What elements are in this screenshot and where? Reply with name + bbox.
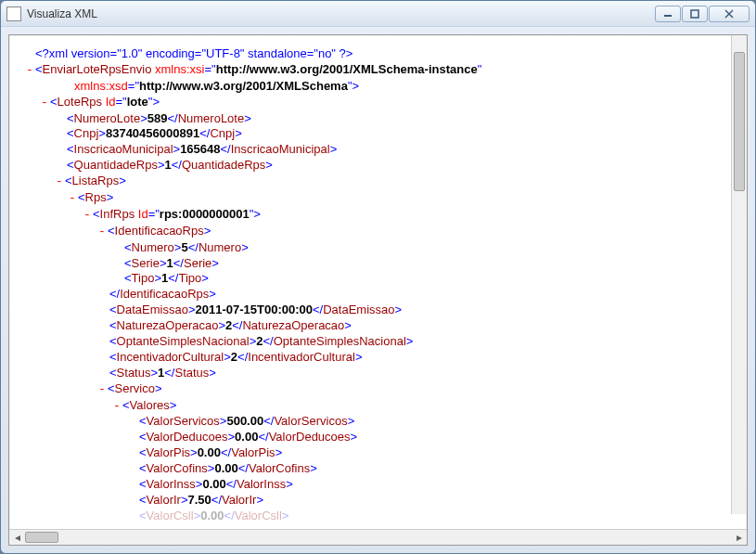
collapse-toggle[interactable]: - [96, 225, 108, 240]
xml-cnpj: <Cnpj>83740456000891</Cnpj> [67, 126, 242, 142]
maximize-icon [690, 9, 699, 19]
minimize-button[interactable] [655, 6, 681, 22]
xml-root-xsd: xmlns:xsd="http://www.w3.org/2001/XMLSch… [74, 79, 359, 95]
xml-dataemissao: <DataEmissao>2011-07-15T00:00:00</DataEm… [109, 303, 402, 318]
collapse-toggle[interactable]: - [82, 208, 93, 224]
xml-listarps-open: <ListaRps> [65, 174, 126, 189]
xml-servico-open: <Servico> [108, 381, 162, 397]
xml-tree-viewer[interactable]: <?xml version="1.0" encoding="UTF-8" sta… [9, 35, 747, 529]
collapse-toggle[interactable]: - [67, 191, 78, 207]
scroll-right-arrow[interactable]: ▸ [731, 530, 747, 546]
titlebar[interactable]: Visualiza XML [1, 1, 755, 27]
horizontal-scrollbar[interactable]: ◂ ▸ [9, 529, 747, 545]
scroll-track[interactable] [25, 530, 731, 545]
maximize-button[interactable] [682, 6, 708, 22]
vertical-scrollbar[interactable] [731, 35, 747, 514]
xml-identrps-open: <IdentificacaoRps> [108, 224, 211, 239]
xml-identrps-close: </IdentificacaoRps> [109, 287, 216, 303]
scroll-left-arrow[interactable]: ◂ [9, 530, 25, 546]
svg-rect-1 [691, 10, 698, 18]
xml-valorservicos: <ValorServicos>500.00</ValorServicos> [139, 414, 354, 430]
xml-tipo: <Tipo>1</Tipo> [124, 271, 209, 287]
xml-numero: <Numero>5</Numero> [124, 240, 249, 256]
xml-inscmunicipal: <InscricaoMunicipal>165648</InscricaoMun… [67, 142, 337, 158]
xml-serie: <Serie>1</Serie> [124, 256, 219, 272]
xml-valorcsll: <ValorCsll>0.00</ValorCsll> [139, 509, 288, 524]
xml-valorcofins: <ValorCofins>0.00</ValorCofins> [139, 461, 317, 477]
xml-valordeducoes: <ValorDeducoes>0.00</ValorDeducoes> [139, 430, 357, 445]
window-frame: Visualiza XML <?xml version="1.0" encodi… [0, 0, 756, 554]
xml-infrps-open: <InfRps Id="rps:0000000001"> [93, 207, 261, 223]
collapse-toggle[interactable]: - [39, 96, 50, 111]
xml-status: <Status>1</Status> [109, 366, 216, 381]
xml-rps-open: <Rps> [78, 190, 113, 206]
xml-numerolote: <NumeroLote>589</NumeroLote> [67, 111, 251, 127]
content-frame: <?xml version="1.0" encoding="UTF-8" sta… [8, 34, 748, 546]
xml-optante: <OptanteSimplesNacional>2</OptanteSimple… [109, 334, 413, 350]
collapse-toggle[interactable]: - [111, 399, 122, 415]
xml-natureza: <NaturezaOperacao>2</NaturezaOperacao> [109, 318, 352, 334]
xml-valorir: <ValorIr>7.50</ValorIr> [139, 493, 263, 509]
window-title: Visualiza XML [27, 7, 655, 20]
collapse-toggle[interactable]: - [24, 63, 35, 79]
xml-incentivador: <IncentivadorCultural>2</IncentivadorCul… [109, 350, 362, 366]
close-button[interactable] [709, 6, 750, 22]
xml-valores-open: <Valores> [122, 398, 176, 414]
xml-declaration: <?xml version="1.0" encoding="UTF-8" sta… [17, 46, 739, 62]
xml-valorinss: <ValorInss>0.00</ValorInss> [139, 477, 293, 493]
xml-qtdrps: <QuantidadeRps>1</QuantidadeRps> [67, 158, 273, 174]
xml-valorpis: <ValorPis>0.00</ValorPis> [139, 445, 282, 461]
xml-loterps-open: <LoteRps Id="lote"> [50, 95, 160, 110]
minimize-icon [663, 9, 673, 19]
window-buttons [655, 6, 750, 22]
collapse-toggle[interactable]: - [54, 174, 65, 190]
vertical-scroll-thumb[interactable] [734, 52, 745, 191]
app-icon [6, 6, 21, 21]
xml-root-open: <EnviarLoteRpsEnvio xmlns:xsi="http://ww… [35, 62, 481, 78]
horizontal-scroll-thumb[interactable] [25, 532, 58, 543]
close-icon [724, 9, 735, 19]
collapse-toggle[interactable]: - [96, 382, 108, 398]
